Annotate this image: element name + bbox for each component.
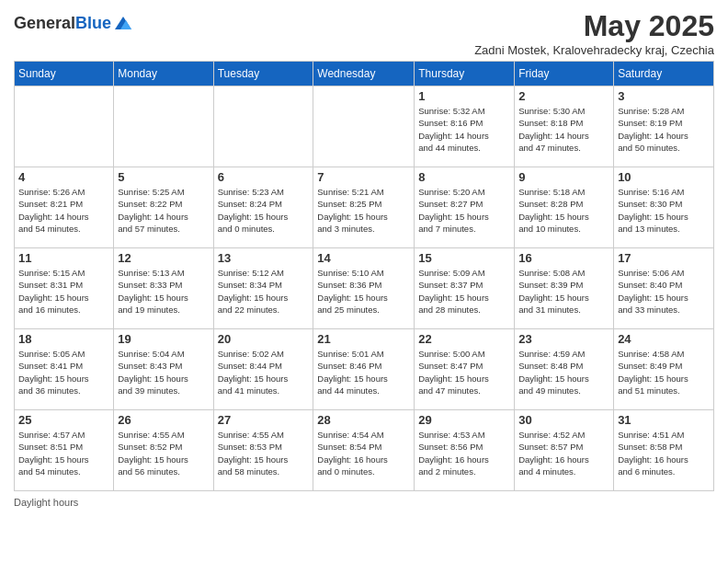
calendar-cell: [313, 86, 415, 167]
day-number: 11: [18, 251, 109, 265]
day-info: Sunrise: 4:53 AM Sunset: 8:56 PM Dayligh…: [418, 429, 510, 477]
column-header-sunday: Sunday: [15, 62, 114, 86]
calendar-cell: 28Sunrise: 4:54 AM Sunset: 8:54 PM Dayli…: [313, 410, 415, 491]
calendar-cell: 29Sunrise: 4:53 AM Sunset: 8:56 PM Dayli…: [415, 410, 515, 491]
logo: GeneralBlue: [14, 13, 133, 33]
week-row-1: 4Sunrise: 5:26 AM Sunset: 8:21 PM Daylig…: [15, 167, 714, 248]
day-number: 12: [118, 251, 209, 265]
day-info: Sunrise: 4:54 AM Sunset: 8:54 PM Dayligh…: [317, 429, 410, 477]
calendar-cell: 24Sunrise: 4:58 AM Sunset: 8:49 PM Dayli…: [614, 329, 714, 410]
daylight-label: Daylight hours: [14, 497, 78, 508]
day-info: Sunrise: 5:10 AM Sunset: 8:36 PM Dayligh…: [317, 267, 410, 316]
calendar-cell: 10Sunrise: 5:16 AM Sunset: 8:30 PM Dayli…: [614, 167, 714, 248]
day-info: Sunrise: 5:06 AM Sunset: 8:40 PM Dayligh…: [618, 267, 710, 316]
calendar-cell: [213, 86, 313, 167]
day-info: Sunrise: 5:20 AM Sunset: 8:27 PM Dayligh…: [418, 186, 510, 235]
subtitle: Zadni Mostek, Kralovehradecky kraj, Czec…: [474, 43, 714, 57]
day-number: 22: [418, 332, 510, 346]
day-number: 20: [218, 332, 310, 346]
column-header-saturday: Saturday: [614, 62, 714, 86]
calendar-cell: 11Sunrise: 5:15 AM Sunset: 8:31 PM Dayli…: [15, 248, 114, 329]
calendar-cell: 1Sunrise: 5:32 AM Sunset: 8:16 PM Daylig…: [415, 86, 515, 167]
calendar-cell: 17Sunrise: 5:06 AM Sunset: 8:40 PM Dayli…: [614, 248, 714, 329]
calendar-cell: [15, 86, 114, 167]
day-info: Sunrise: 5:04 AM Sunset: 8:43 PM Dayligh…: [118, 348, 209, 396]
calendar-cell: 18Sunrise: 5:05 AM Sunset: 8:41 PM Dayli…: [15, 329, 114, 410]
column-header-thursday: Thursday: [415, 62, 515, 86]
calendar-cell: [114, 86, 213, 167]
header: GeneralBlue May 2025 Zadni Mostek, Kralo…: [14, 9, 714, 57]
day-info: Sunrise: 5:15 AM Sunset: 8:31 PM Dayligh…: [18, 267, 109, 316]
day-info: Sunrise: 4:52 AM Sunset: 8:57 PM Dayligh…: [518, 429, 609, 477]
day-info: Sunrise: 5:23 AM Sunset: 8:24 PM Dayligh…: [218, 186, 310, 235]
day-info: Sunrise: 5:21 AM Sunset: 8:25 PM Dayligh…: [317, 186, 410, 235]
title-block: May 2025 Zadni Mostek, Kralovehradecky k…: [474, 9, 714, 57]
day-number: 26: [118, 413, 209, 427]
week-row-0: 1Sunrise: 5:32 AM Sunset: 8:16 PM Daylig…: [15, 86, 714, 167]
day-number: 8: [418, 170, 510, 184]
calendar-cell: 13Sunrise: 5:12 AM Sunset: 8:34 PM Dayli…: [213, 248, 313, 329]
day-info: Sunrise: 5:09 AM Sunset: 8:37 PM Dayligh…: [418, 267, 510, 316]
logo-general: General: [14, 14, 75, 32]
day-number: 21: [317, 332, 410, 346]
day-number: 6: [218, 170, 310, 184]
day-info: Sunrise: 5:01 AM Sunset: 8:46 PM Dayligh…: [317, 348, 410, 396]
day-info: Sunrise: 5:28 AM Sunset: 8:19 PM Dayligh…: [618, 105, 710, 154]
day-info: Sunrise: 5:00 AM Sunset: 8:47 PM Dayligh…: [418, 348, 510, 396]
day-number: 18: [18, 332, 109, 346]
calendar-cell: 8Sunrise: 5:20 AM Sunset: 8:27 PM Daylig…: [415, 167, 515, 248]
day-number: 3: [618, 89, 710, 103]
day-number: 25: [18, 413, 109, 427]
day-number: 19: [118, 332, 209, 346]
calendar-cell: 4Sunrise: 5:26 AM Sunset: 8:21 PM Daylig…: [15, 167, 114, 248]
day-info: Sunrise: 4:57 AM Sunset: 8:51 PM Dayligh…: [18, 429, 109, 477]
calendar-cell: 3Sunrise: 5:28 AM Sunset: 8:19 PM Daylig…: [614, 86, 714, 167]
calendar-cell: 7Sunrise: 5:21 AM Sunset: 8:25 PM Daylig…: [313, 167, 415, 248]
day-number: 15: [418, 251, 510, 265]
day-number: 9: [518, 170, 609, 184]
calendar-cell: 23Sunrise: 4:59 AM Sunset: 8:48 PM Dayli…: [515, 329, 614, 410]
calendar-cell: 30Sunrise: 4:52 AM Sunset: 8:57 PM Dayli…: [515, 410, 614, 491]
week-row-3: 18Sunrise: 5:05 AM Sunset: 8:41 PM Dayli…: [15, 329, 714, 410]
day-number: 23: [518, 332, 609, 346]
day-info: Sunrise: 5:13 AM Sunset: 8:33 PM Dayligh…: [118, 267, 209, 316]
day-info: Sunrise: 5:25 AM Sunset: 8:22 PM Dayligh…: [118, 186, 209, 235]
day-info: Sunrise: 5:08 AM Sunset: 8:39 PM Dayligh…: [518, 267, 609, 316]
day-number: 1: [418, 89, 510, 103]
day-number: 7: [317, 170, 410, 184]
day-number: 5: [118, 170, 209, 184]
day-number: 2: [518, 89, 609, 103]
column-header-wednesday: Wednesday: [313, 62, 415, 86]
day-info: Sunrise: 4:58 AM Sunset: 8:49 PM Dayligh…: [618, 348, 710, 396]
column-header-tuesday: Tuesday: [213, 62, 313, 86]
calendar-cell: 15Sunrise: 5:09 AM Sunset: 8:37 PM Dayli…: [415, 248, 515, 329]
day-number: 4: [18, 170, 109, 184]
day-info: Sunrise: 5:32 AM Sunset: 8:16 PM Dayligh…: [418, 105, 510, 154]
calendar-body: 1Sunrise: 5:32 AM Sunset: 8:16 PM Daylig…: [15, 86, 714, 491]
column-header-monday: Monday: [114, 62, 213, 86]
day-number: 29: [418, 413, 510, 427]
calendar-cell: 21Sunrise: 5:01 AM Sunset: 8:46 PM Dayli…: [313, 329, 415, 410]
logo-icon: [113, 13, 133, 33]
day-info: Sunrise: 4:55 AM Sunset: 8:52 PM Dayligh…: [118, 429, 209, 477]
calendar-cell: 25Sunrise: 4:57 AM Sunset: 8:51 PM Dayli…: [15, 410, 114, 491]
month-title: May 2025: [474, 9, 714, 43]
day-info: Sunrise: 4:59 AM Sunset: 8:48 PM Dayligh…: [518, 348, 609, 396]
day-info: Sunrise: 4:55 AM Sunset: 8:53 PM Dayligh…: [218, 429, 310, 477]
day-info: Sunrise: 5:18 AM Sunset: 8:28 PM Dayligh…: [518, 186, 609, 235]
calendar-cell: 2Sunrise: 5:30 AM Sunset: 8:18 PM Daylig…: [515, 86, 614, 167]
footer: Daylight hours: [14, 497, 714, 508]
calendar-cell: 9Sunrise: 5:18 AM Sunset: 8:28 PM Daylig…: [515, 167, 614, 248]
day-info: Sunrise: 5:05 AM Sunset: 8:41 PM Dayligh…: [18, 348, 109, 396]
day-number: 28: [317, 413, 410, 427]
calendar-cell: 14Sunrise: 5:10 AM Sunset: 8:36 PM Dayli…: [313, 248, 415, 329]
week-row-4: 25Sunrise: 4:57 AM Sunset: 8:51 PM Dayli…: [15, 410, 714, 491]
calendar-cell: 31Sunrise: 4:51 AM Sunset: 8:58 PM Dayli…: [614, 410, 714, 491]
calendar-cell: 19Sunrise: 5:04 AM Sunset: 8:43 PM Dayli…: [114, 329, 213, 410]
day-info: Sunrise: 5:16 AM Sunset: 8:30 PM Dayligh…: [618, 186, 710, 235]
calendar-cell: 6Sunrise: 5:23 AM Sunset: 8:24 PM Daylig…: [213, 167, 313, 248]
calendar-cell: 26Sunrise: 4:55 AM Sunset: 8:52 PM Dayli…: [114, 410, 213, 491]
day-info: Sunrise: 4:51 AM Sunset: 8:58 PM Dayligh…: [618, 429, 710, 477]
calendar: SundayMondayTuesdayWednesdayThursdayFrid…: [14, 61, 714, 491]
day-number: 30: [518, 413, 609, 427]
